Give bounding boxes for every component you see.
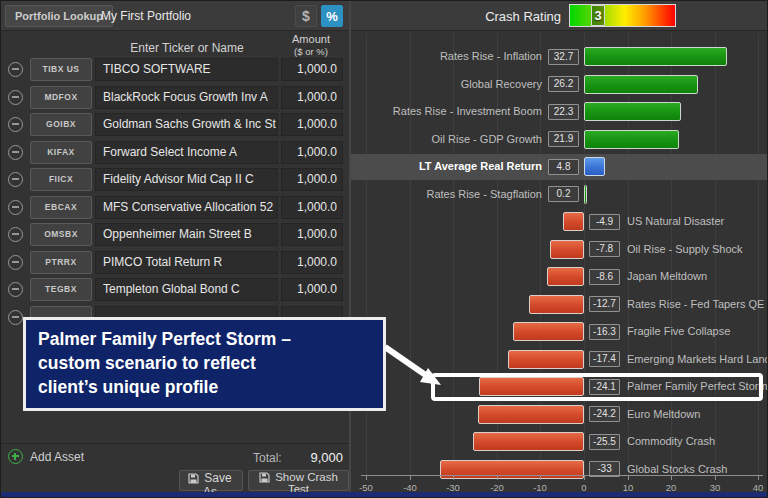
callout-line: Palmer Family Perfect Storm – bbox=[38, 327, 371, 351]
scenario-value: 22.3 bbox=[548, 104, 579, 120]
asset-name-field[interactable]: PIMCO Total Return R bbox=[95, 251, 278, 274]
scenario-value: -12.7 bbox=[589, 296, 620, 312]
ticker-column-header: Enter Ticker or Name bbox=[96, 41, 278, 55]
portfolio-header: Portfolio Lookup My First Portfolio $ % bbox=[1, 1, 349, 31]
scenario-value: 26.2 bbox=[548, 76, 579, 92]
scenario-label: Fragile Five Collapse bbox=[627, 324, 730, 339]
asset-row: GOIBXGoldman Sachs Growth & Inc St1,000.… bbox=[1, 113, 349, 137]
asset-name-field[interactable]: Oppenheimer Main Street B bbox=[95, 223, 278, 246]
asset-row: EBCAXMFS Conservative Allocation 521,000… bbox=[1, 196, 349, 220]
dollar-toggle-button[interactable]: $ bbox=[295, 5, 317, 27]
asset-name-field[interactable]: TIBCO SOFTWARE bbox=[95, 58, 278, 81]
scenario-value: 0.2 bbox=[548, 186, 579, 202]
scenario-bar[interactable] bbox=[584, 102, 681, 121]
remove-asset-icon[interactable] bbox=[8, 145, 23, 160]
remove-asset-icon[interactable] bbox=[8, 90, 23, 105]
asset-amount-field[interactable]: 1,000.0 bbox=[281, 278, 343, 301]
scenario-label: Japan Meltdown bbox=[627, 269, 707, 284]
remove-asset-icon[interactable] bbox=[8, 282, 23, 297]
ticker-button[interactable]: OMSBX bbox=[30, 223, 92, 246]
remove-asset-icon[interactable] bbox=[8, 255, 23, 270]
remove-asset-icon[interactable] bbox=[8, 117, 23, 132]
remove-asset-icon[interactable] bbox=[8, 200, 23, 215]
gridline bbox=[584, 33, 585, 475]
ticker-button[interactable]: TIBX US bbox=[30, 58, 92, 81]
x-axis-tick bbox=[453, 476, 454, 480]
asset-table-header: Enter Ticker or Name Amount ($ or %) bbox=[1, 31, 349, 58]
scenario-bar[interactable] bbox=[513, 322, 584, 341]
scenario-value: -16.3 bbox=[589, 324, 620, 340]
asset-name-field[interactable]: MFS Conservative Allocation 52 bbox=[95, 196, 278, 219]
asset-amount-field[interactable]: 1,000.0 bbox=[281, 58, 343, 81]
asset-amount-field[interactable]: 1,000.0 bbox=[281, 113, 343, 136]
remove-asset-icon[interactable] bbox=[8, 172, 23, 187]
remove-asset-icon[interactable] bbox=[8, 227, 23, 242]
save-as-button[interactable]: Save As bbox=[179, 470, 243, 491]
ticker-button[interactable]: GOIBX bbox=[30, 113, 92, 136]
scenario-bar[interactable] bbox=[584, 130, 679, 149]
portfolio-footer: Add Asset Total: 9,000 bbox=[1, 443, 349, 469]
scenario-label: Euro Meltdown bbox=[627, 407, 700, 422]
scenario-bar[interactable] bbox=[584, 157, 605, 176]
ticker-button[interactable]: FIICX bbox=[30, 168, 92, 191]
ticker-button[interactable]: PTRRX bbox=[30, 251, 92, 274]
portfolio-actions: Save As Show Crash Test bbox=[1, 469, 349, 492]
scenario-bar[interactable] bbox=[529, 295, 584, 314]
ticker-button[interactable]: EBCAX bbox=[30, 196, 92, 219]
scenario-bar[interactable] bbox=[550, 240, 584, 259]
ticker-button[interactable]: KIFAX bbox=[30, 141, 92, 164]
asset-name-field[interactable]: BlackRock Focus Growth Inv A bbox=[95, 86, 278, 109]
asset-row: FIICXFidelity Advisor Mid Cap II C1,000.… bbox=[1, 168, 349, 192]
asset-amount-field[interactable]: 1,000.0 bbox=[281, 196, 343, 219]
scenario-label: Global Recovery bbox=[351, 77, 542, 92]
scenario-bar[interactable] bbox=[563, 212, 584, 231]
percent-toggle-button[interactable]: % bbox=[321, 5, 343, 27]
portfolio-name[interactable]: My First Portfolio bbox=[101, 9, 191, 23]
amount-column-header: Amount ($ or %) bbox=[279, 33, 343, 57]
x-axis-tick bbox=[540, 476, 541, 480]
asset-name-field[interactable]: Forward Select Income A bbox=[95, 141, 278, 164]
scenario-label: Rates Rise - Stagflation bbox=[351, 187, 542, 202]
add-asset-button[interactable]: Add Asset bbox=[8, 449, 84, 464]
crash-test-app: Portfolio Lookup My First Portfolio $ % … bbox=[0, 0, 768, 498]
asset-amount-field[interactable]: 1,000.0 bbox=[281, 141, 343, 164]
crash-rating-title: Crash Rating bbox=[485, 9, 561, 24]
remove-asset-icon[interactable] bbox=[8, 310, 23, 325]
gridline bbox=[410, 33, 411, 475]
scenario-value: 32.7 bbox=[548, 49, 579, 65]
asset-row: PTRRXPIMCO Total Return R1,000.0 bbox=[1, 251, 349, 275]
plus-icon bbox=[8, 449, 23, 464]
scenario-value: -8.6 bbox=[589, 269, 620, 285]
asset-name-field[interactable]: Goldman Sachs Growth & Inc St bbox=[95, 113, 278, 136]
asset-amount-field[interactable]: 1,000.0 bbox=[281, 168, 343, 191]
x-axis-tick bbox=[497, 476, 498, 480]
scenario-value: 4.8 bbox=[548, 159, 579, 175]
show-crash-test-button[interactable]: Show Crash Test bbox=[248, 470, 349, 491]
scenario-bar[interactable] bbox=[478, 405, 584, 424]
asset-name-field[interactable]: Fidelity Advisor Mid Cap II C bbox=[95, 168, 278, 191]
asset-row: TIBX USTIBCO SOFTWARE1,000.0 bbox=[1, 58, 349, 82]
asset-amount-field[interactable]: 1,000.0 bbox=[281, 86, 343, 109]
asset-amount-field[interactable]: 1,000.0 bbox=[281, 223, 343, 246]
scenario-bar[interactable] bbox=[547, 267, 584, 286]
callout-line: client’s unique profile bbox=[38, 375, 371, 399]
asset-name-field[interactable]: Templeton Global Bond C bbox=[95, 278, 278, 301]
crash-rating-marker: 3 bbox=[591, 5, 605, 26]
scenario-label: LT Average Real Return bbox=[351, 159, 542, 174]
scenario-bar[interactable] bbox=[584, 75, 698, 94]
scenario-label: Emerging Markets Hard Landing bbox=[627, 352, 768, 367]
x-axis-tick bbox=[410, 476, 411, 480]
remove-asset-icon[interactable] bbox=[8, 62, 23, 77]
scenario-bar[interactable] bbox=[584, 185, 587, 204]
x-axis bbox=[361, 475, 763, 476]
scenario-bar[interactable] bbox=[584, 47, 727, 66]
portfolio-lookup-button[interactable]: Portfolio Lookup bbox=[5, 5, 113, 27]
scenario-bar[interactable] bbox=[508, 350, 584, 369]
scenario-label: Rates Rise - Investment Boom bbox=[351, 104, 542, 119]
ticker-button[interactable]: MDFOX bbox=[30, 86, 92, 109]
scenario-label: Commodity Crash bbox=[627, 434, 715, 449]
scenario-outline-box bbox=[431, 373, 763, 401]
ticker-button[interactable]: TEGBX bbox=[30, 278, 92, 301]
scenario-bar[interactable] bbox=[473, 432, 584, 451]
asset-amount-field[interactable]: 1,000.0 bbox=[281, 251, 343, 274]
